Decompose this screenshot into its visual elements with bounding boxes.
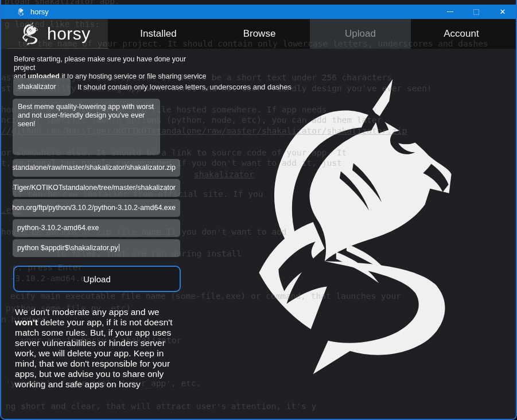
brand-title: horsy	[47, 24, 91, 44]
minimize-button[interactable]	[437, 5, 463, 19]
run-command-input[interactable]: python $appdir$\shakalizator.py	[13, 239, 180, 257]
zip-url-input[interactable]: OTIKOTstandalone/raw/master/shakalizator…	[13, 159, 180, 177]
installer-file-input[interactable]: python-3.10.2-amd64.exe	[13, 219, 180, 237]
intro-text: Before starting, please make sure you ha…	[14, 55, 209, 81]
dependency-url-input[interactable]: w.python.org/ftp/python/3.10.2/python-3.…	[13, 199, 180, 217]
tab-upload[interactable]: Upload	[310, 19, 411, 49]
description-textarea[interactable]: Best meme quality-lowering app with wors…	[13, 99, 160, 155]
window-top-edge	[1, 0, 516, 5]
horsy-logo-icon	[18, 22, 42, 46]
tab-account[interactable]: Account	[411, 19, 512, 49]
source-url-input[interactable]: om/BarsTiger/KOTIKOTstandalone/tree/mast…	[13, 179, 180, 197]
maximize-button[interactable]	[463, 5, 489, 19]
tab-browse[interactable]: Browse	[209, 19, 310, 49]
horsy-app-window: horsy ✕ horsy Installed Browse Upload Ac…	[0, 0, 517, 420]
moderation-disclaimer: We don't moderate any apps and we won't …	[15, 307, 183, 390]
app-name-input[interactable]: shakalizator	[13, 78, 71, 96]
upload-button[interactable]: Upload	[13, 266, 181, 292]
text-caret	[119, 244, 119, 251]
upload-page: Before starting, please make sure you ha…	[1, 49, 516, 420]
minimize-icon	[447, 11, 453, 12]
window-controls: ✕	[437, 5, 516, 19]
window-title: horsy	[30, 7, 49, 16]
horsy-logo-watermark	[255, 79, 463, 379]
close-icon: ✕	[500, 8, 506, 15]
brand: horsy	[1, 19, 108, 49]
app-icon-horse	[17, 7, 25, 16]
tab-installed[interactable]: Installed	[108, 19, 209, 49]
close-button[interactable]: ✕	[489, 5, 516, 19]
titlebar[interactable]: horsy ✕	[1, 5, 516, 19]
nav-bar: horsy Installed Browse Upload Account	[1, 19, 516, 49]
maximize-icon	[473, 9, 479, 15]
